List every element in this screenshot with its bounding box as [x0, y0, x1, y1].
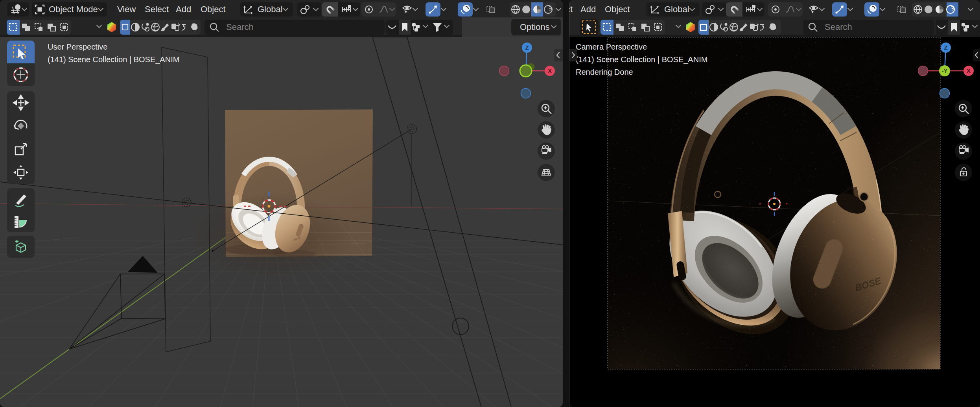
svg-text:Object: Object	[201, 4, 226, 14]
svg-text:Global: Global	[258, 4, 283, 14]
svg-text:Select: Select	[569, 4, 573, 14]
svg-text:Z: Z	[944, 44, 947, 51]
svg-text:Z: Z	[525, 44, 529, 51]
svg-text:Global: Global	[664, 4, 689, 14]
svg-text:Object: Object	[605, 4, 630, 14]
svg-text:X: X	[967, 67, 971, 74]
svg-text:Add: Add	[176, 4, 191, 14]
svg-text:Options: Options	[520, 22, 550, 32]
svg-text:Add: Add	[580, 4, 596, 14]
svg-text:Search: Search	[226, 22, 254, 32]
svg-text:-Y: -Y	[942, 68, 948, 74]
svg-text:X: X	[548, 67, 552, 74]
svg-text:Object Mode: Object Mode	[49, 4, 98, 14]
svg-text:Select: Select	[145, 4, 169, 14]
svg-text:View: View	[117, 4, 136, 14]
svg-text:Search: Search	[825, 22, 852, 32]
